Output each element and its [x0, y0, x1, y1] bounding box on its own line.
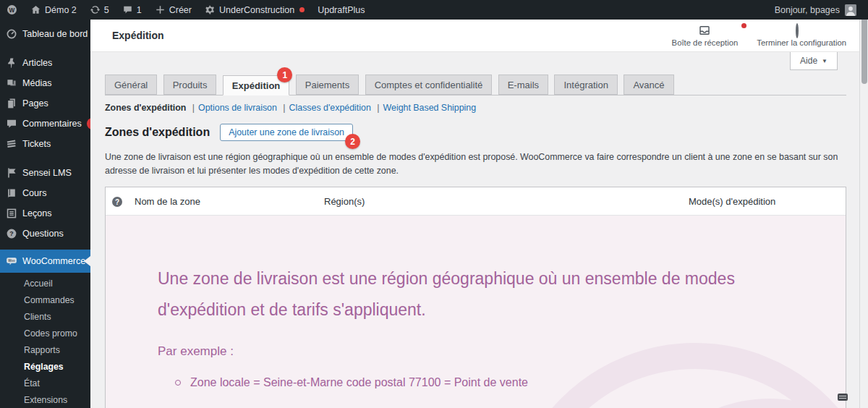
scrollbar-thumb[interactable]	[861, 12, 867, 84]
settings-tabs: Général Produits Expédition1 Paiements C…	[105, 75, 846, 95]
underconstruction-status-dot	[299, 7, 305, 12]
sidebar-item-cours[interactable]: Cours	[0, 183, 90, 203]
shipping-zone-info-panel: Une zone de livraison est une région géo…	[106, 216, 846, 408]
subnav-zones[interactable]: Zones d'expédition	[105, 103, 186, 113]
shipping-zones-table: ? Nom de la zone Région(s) Mode(s) d'exp…	[105, 187, 846, 408]
sidebar-item-woocommerce[interactable]: Woo WooCommerce	[0, 250, 90, 273]
site-name: Démo 2	[45, 5, 77, 15]
updraftplus-label: UpdraftPlus	[318, 5, 365, 15]
list-icon	[6, 208, 17, 219]
tab-emails[interactable]: E-mails	[498, 75, 548, 95]
zones-description: Une zone de livraison est une région géo…	[105, 150, 846, 178]
plus-icon	[155, 4, 166, 15]
comments-count: 1	[137, 5, 142, 15]
tab-general[interactable]: Général	[105, 75, 157, 95]
woocommerce-page-header: Expédition Boîte de réception Terminer l…	[90, 20, 859, 52]
tab-integration[interactable]: Intégration	[554, 75, 617, 95]
submenu-etat[interactable]: État	[0, 375, 90, 391]
underconstruction-label: UnderConstruction	[219, 5, 294, 15]
underconstruction-menu[interactable]: UnderConstruction	[198, 0, 311, 20]
new-content-menu[interactable]: Créer	[148, 0, 198, 20]
comment-bubble-icon	[122, 4, 133, 15]
inbox-icon	[699, 25, 710, 36]
wp-logo-menu[interactable]: W	[0, 0, 24, 20]
bullet-circle-icon	[175, 380, 181, 386]
pushpin-icon	[6, 57, 17, 69]
page-scrollbar[interactable]: ▲	[859, 0, 868, 408]
dashboard-icon	[6, 28, 17, 40]
subnav-classes-expedition[interactable]: Classes d'expédition	[289, 103, 371, 113]
sidebar-item-articles[interactable]: Articles	[0, 53, 90, 73]
user-avatar[interactable]	[845, 4, 856, 16]
site-menu[interactable]: Démo 2	[24, 0, 83, 20]
comments-menu[interactable]: 1	[116, 0, 148, 20]
submenu-extensions[interactable]: Extensions	[0, 391, 90, 408]
tab-comptes[interactable]: Comptes et confidentialité	[365, 75, 493, 95]
caret-down-icon: ▼	[822, 58, 827, 64]
submenu-accueil[interactable]: Accueil	[0, 275, 90, 292]
main-content: Expédition Boîte de réception Terminer l…	[90, 20, 859, 408]
tab-expedition[interactable]: Expédition1	[223, 75, 289, 95]
submenu-commandes[interactable]: Commandes	[0, 292, 90, 308]
zones-heading: Zones d'expédition	[105, 126, 210, 139]
svg-text:W: W	[9, 7, 15, 14]
create-label: Créer	[169, 5, 192, 15]
submenu-reglages[interactable]: Réglages	[0, 358, 90, 375]
updates-count: 5	[104, 5, 109, 15]
woocommerce-icon: Woo	[6, 255, 17, 267]
submenu-rapports[interactable]: Rapports	[0, 341, 90, 358]
inbox-button[interactable]: Boîte de réception	[672, 25, 739, 47]
pages-icon	[6, 98, 17, 109]
column-shipping-methods: Mode(s) d'expédition	[689, 196, 775, 207]
sidebar-item-pages[interactable]: Pages	[0, 93, 90, 114]
greeting-text[interactable]: Bonjour, bpages	[775, 5, 840, 15]
finish-setup-button[interactable]: Terminer la configuration	[757, 25, 846, 47]
step-badge-1: 1	[277, 67, 292, 82]
column-regions: Région(s)	[324, 196, 365, 207]
question-icon: ?	[6, 228, 17, 239]
add-shipping-zone-button[interactable]: Ajouter une zone de livraison 2	[220, 124, 353, 141]
submenu-clients[interactable]: Clients	[0, 308, 90, 325]
gear-icon	[205, 4, 216, 15]
flag-icon	[6, 167, 17, 179]
tickets-icon	[6, 138, 17, 150]
media-icon	[6, 77, 17, 89]
table-help-icon[interactable]: ?	[112, 197, 122, 207]
admin-bar: W Démo 2 5 1 Créer UnderConstruction Upd…	[0, 0, 868, 20]
sidebar-item-sensei[interactable]: Sensei LMS	[0, 163, 90, 183]
info-example-label: Par exemple :	[158, 344, 802, 359]
updates-menu[interactable]: 5	[83, 0, 116, 20]
step-badge-2: 2	[345, 134, 360, 149]
table-header-row: ? Nom de la zone Région(s) Mode(s) d'exp…	[106, 187, 846, 216]
wordpress-logo-icon: W	[7, 4, 17, 15]
sidebar-item-dashboard[interactable]: Tableau de bord	[0, 24, 90, 44]
shipping-subnav: Zones d'expédition |Options de livraison…	[105, 103, 846, 113]
sidebar-item-questions[interactable]: ? Questions	[0, 224, 90, 244]
tab-produits[interactable]: Produits	[163, 75, 217, 95]
updates-icon	[90, 4, 101, 15]
subnav-weight-based[interactable]: Weight Based Shipping	[383, 103, 477, 113]
help-dropdown-button[interactable]: Aide ▼	[790, 52, 838, 70]
page-title: Expédition	[112, 30, 164, 41]
tab-paiements[interactable]: Paiements	[296, 75, 359, 95]
info-bullet-local-zone: Zone locale = Seine-et-Marne code postal…	[175, 376, 802, 389]
home-icon	[30, 4, 41, 15]
subnav-options-livraison[interactable]: Options de livraison	[198, 103, 277, 113]
sidebar-item-tickets[interactable]: Tickets	[0, 134, 90, 154]
tab-avance[interactable]: Avancé	[624, 75, 673, 95]
book-icon	[6, 187, 17, 199]
svg-text:?: ?	[9, 230, 13, 237]
comments-icon	[6, 118, 17, 129]
info-headline: Une zone de livraison est une région géo…	[158, 263, 802, 325]
sidebar-item-commentaires[interactable]: Commentaires 1	[0, 114, 90, 134]
progress-circle-icon	[796, 25, 807, 36]
column-zone-name: Nom de la zone	[135, 196, 200, 207]
sidebar-item-lecons[interactable]: Leçons	[0, 203, 90, 224]
updraftplus-menu[interactable]: UpdraftPlus	[311, 0, 371, 20]
svg-text:Woo: Woo	[8, 259, 15, 263]
submenu-codes-promo[interactable]: Codes promo	[0, 325, 90, 341]
inbox-notification-dot	[741, 23, 746, 28]
sidebar-item-medias[interactable]: Médias	[0, 73, 90, 93]
woocommerce-submenu: Accueil Commandes Clients Codes promo Ra…	[0, 273, 90, 408]
admin-sidebar: Tableau de bord Articles Médias Pages Co…	[0, 20, 90, 408]
